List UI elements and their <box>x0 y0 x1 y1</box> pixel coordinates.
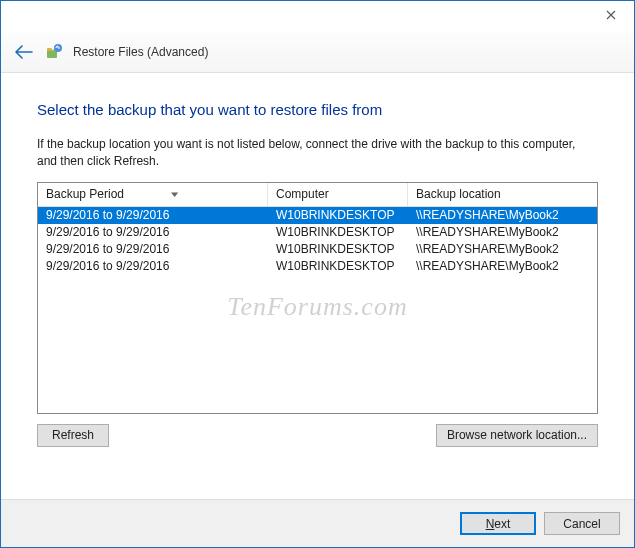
cell-computer: W10BRINKDESKTOP <box>268 242 408 256</box>
cell-computer: W10BRINKDESKTOP <box>268 259 408 273</box>
back-button[interactable] <box>13 41 35 63</box>
page-heading: Select the backup that you want to resto… <box>37 101 598 118</box>
cell-computer: W10BRINKDESKTOP <box>268 225 408 239</box>
svg-rect-0 <box>47 50 57 58</box>
restore-files-icon <box>45 43 63 61</box>
column-header-period[interactable]: Backup Period ▾ <box>38 183 268 206</box>
column-header-location[interactable]: Backup location <box>408 183 597 206</box>
column-header-computer[interactable]: Computer <box>268 183 408 206</box>
titlebar <box>1 1 634 31</box>
close-button[interactable] <box>588 1 634 29</box>
cell-period: 9/29/2016 to 9/29/2016 <box>38 259 268 273</box>
close-icon <box>606 10 616 20</box>
list-header: Backup Period ▾ Computer Backup location <box>38 183 597 207</box>
content-area: Select the backup that you want to resto… <box>1 73 634 499</box>
sort-descending-icon: ▾ <box>171 189 179 199</box>
cell-period: 9/29/2016 to 9/29/2016 <box>38 225 268 239</box>
header-bar: Restore Files (Advanced) <box>1 31 634 73</box>
browse-network-button[interactable]: Browse network location... <box>436 424 598 447</box>
next-button[interactable]: Next <box>460 512 536 535</box>
refresh-button[interactable]: Refresh <box>37 424 109 447</box>
table-row[interactable]: 9/29/2016 to 9/29/2016W10BRINKDESKTOP\\R… <box>38 224 597 241</box>
cell-period: 9/29/2016 to 9/29/2016 <box>38 208 268 222</box>
back-arrow-icon <box>15 45 33 59</box>
column-header-location-label: Backup location <box>416 187 501 201</box>
cell-location: \\READYSHARE\MyBook2 <box>408 259 597 273</box>
cell-period: 9/29/2016 to 9/29/2016 <box>38 242 268 256</box>
button-row: Refresh Browse network location... <box>37 424 598 447</box>
cancel-button[interactable]: Cancel <box>544 512 620 535</box>
table-row[interactable]: 9/29/2016 to 9/29/2016W10BRINKDESKTOP\\R… <box>38 241 597 258</box>
window-title: Restore Files (Advanced) <box>73 45 208 59</box>
cell-location: \\READYSHARE\MyBook2 <box>408 225 597 239</box>
cell-computer: W10BRINKDESKTOP <box>268 208 408 222</box>
table-row[interactable]: 9/29/2016 to 9/29/2016W10BRINKDESKTOP\\R… <box>38 258 597 275</box>
instruction-text: If the backup location you want is not l… <box>37 136 598 170</box>
footer-bar: Next Cancel <box>1 499 634 547</box>
column-header-period-label: Backup Period <box>46 187 124 201</box>
column-header-computer-label: Computer <box>276 187 329 201</box>
table-row[interactable]: 9/29/2016 to 9/29/2016W10BRINKDESKTOP\\R… <box>38 207 597 224</box>
cell-location: \\READYSHARE\MyBook2 <box>408 242 597 256</box>
backup-list[interactable]: Backup Period ▾ Computer Backup location… <box>37 182 598 414</box>
cell-location: \\READYSHARE\MyBook2 <box>408 208 597 222</box>
